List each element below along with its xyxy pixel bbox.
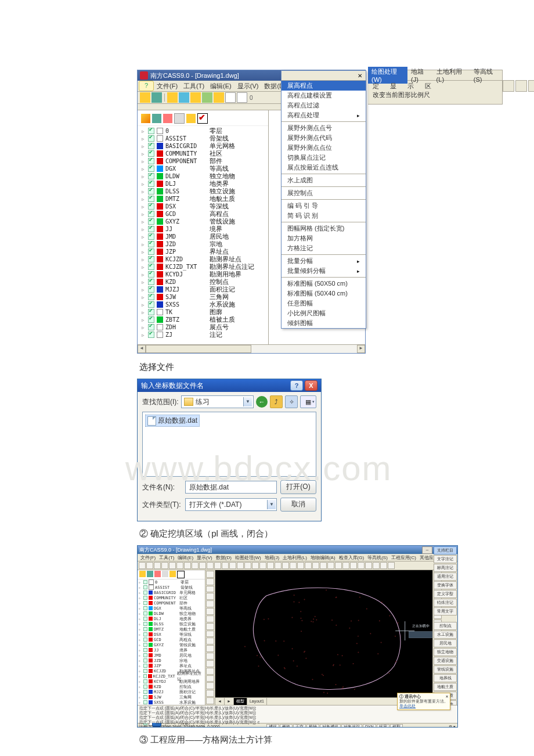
layer-row[interactable]: ▹ZDH展点号 — [138, 323, 268, 331]
menu-item[interactable]: 检查入库(G) — [337, 555, 366, 561]
help-button[interactable]: ? — [290, 380, 303, 391]
tool-icon[interactable] — [380, 562, 387, 569]
tool-icon[interactable] — [176, 562, 183, 569]
menu-item[interactable]: 小比例尺图幅 — [282, 308, 366, 318]
menu-item[interactable]: 等高线(S) — [366, 555, 389, 561]
layer-tool-icon[interactable] — [174, 113, 185, 124]
layer-row[interactable]: ▹SXSS水系设施 — [138, 301, 268, 308]
layer-row[interactable]: ▹MJZJ面积注记 — [138, 286, 268, 293]
menu-item[interactable]: 地物编辑(A) — [309, 555, 337, 561]
tool-icon[interactable] — [237, 562, 244, 569]
tool-icon[interactable] — [225, 92, 236, 103]
layer-tool-icon[interactable] — [152, 114, 161, 123]
tool-icon[interactable] — [237, 92, 247, 103]
tool-icon[interactable] — [184, 562, 191, 569]
menu-drawproc[interactable]: 绘图处理(W) — [368, 67, 407, 84]
menu-item[interactable]: 工具(T) — [157, 555, 176, 561]
menu-item[interactable]: 批量分幅 — [282, 256, 366, 266]
layer-row[interactable]: ▹JMD居民地 — [138, 233, 268, 240]
menu-item[interactable]: 工程应用(C) — [389, 555, 418, 561]
view-menu-button[interactable]: ▦ — [300, 395, 316, 408]
menu-item[interactable]: 地籍(J) — [263, 555, 281, 561]
tool-icon[interactable] — [206, 697, 214, 704]
layer-row[interactable]: ▹ASSIST骨架线 — [138, 135, 268, 142]
layer-row[interactable]: ▹GCD高程点 — [138, 210, 268, 218]
tool-icon[interactable] — [528, 80, 534, 92]
tool-icon[interactable] — [282, 562, 289, 569]
tool-icon[interactable] — [140, 92, 150, 103]
layout-tab[interactable]: Layout1 — [247, 698, 267, 705]
menu-file[interactable]: 文件(F) — [154, 81, 181, 91]
lookin-combo[interactable]: 练习 ▼ — [181, 395, 254, 408]
tool-icon[interactable] — [206, 623, 214, 630]
tool-icon[interactable] — [206, 578, 214, 585]
back-button[interactable]: ← — [256, 396, 268, 408]
tool-icon[interactable] — [222, 562, 229, 569]
layer-row[interactable]: ▹MJZJ面积注记 — [138, 689, 205, 694]
side-button[interactable]: 居民地 — [434, 639, 457, 647]
layer-row[interactable]: ▹JZD宗地 — [138, 658, 205, 663]
file-item[interactable]: 原始数据.dat — [145, 415, 200, 427]
layer-row[interactable]: ▹DLSS独立设施 — [138, 188, 268, 195]
menu-landuse[interactable]: 土地利用(L) — [433, 67, 470, 84]
tool-icon[interactable] — [169, 562, 176, 569]
layer-row[interactable]: ▹GXYZ管线设施 — [138, 642, 205, 647]
side-button[interactable]: 地界线 — [434, 674, 457, 682]
tool-icon[interactable] — [259, 562, 266, 569]
side-button[interactable]: 通用注记 — [434, 573, 457, 581]
side-button[interactable]: 文字注记 — [434, 555, 457, 563]
tool-icon[interactable] — [327, 562, 334, 569]
tool-icon[interactable] — [206, 638, 214, 645]
menu-edit[interactable]: 编辑(E) — [207, 81, 234, 91]
menu-item[interactable]: 切换展点注记 — [282, 153, 366, 163]
layer-tool-icon[interactable] — [186, 114, 196, 123]
chevron-down-icon[interactable]: ▼ — [243, 397, 252, 406]
tool-icon[interactable] — [179, 92, 189, 103]
side-button[interactable]: 定义字型 — [434, 590, 457, 598]
menu-view[interactable]: 显示(V) — [234, 81, 262, 91]
menu-diji[interactable]: 地籍(J) — [407, 67, 433, 84]
tool-icon[interactable] — [146, 562, 153, 569]
model-tab[interactable]: 模型 — [234, 698, 247, 705]
layer-row[interactable]: ▹DMTZ地貌土质 — [138, 627, 205, 632]
menu-item[interactable]: 展野外测点点号 — [282, 123, 366, 133]
layer-row[interactable]: ▹DMTZ地貌土质 — [138, 195, 268, 203]
tool-icon[interactable] — [206, 660, 214, 667]
layer-row[interactable]: ▹KZD控制点 — [138, 278, 268, 286]
menu-item[interactable]: 展野外测点点位 — [282, 143, 366, 153]
side-button[interactable]: 水工设施 — [434, 631, 457, 639]
close-button[interactable]: X — [305, 380, 317, 391]
help-icon[interactable]: ? — [139, 81, 154, 91]
tool-icon[interactable] — [214, 92, 224, 103]
layer-tool-icon[interactable] — [163, 114, 172, 123]
side-button[interactable]: 标高注记 — [434, 564, 457, 572]
side-button[interactable]: 控制点 — [434, 622, 457, 630]
cancel-button[interactable]: 取消 — [280, 498, 316, 512]
menu-item[interactable]: 数据(D) — [214, 555, 233, 561]
tool-icon[interactable] — [388, 562, 395, 569]
tool-icon[interactable] — [229, 562, 236, 569]
drawing-canvas[interactable]: 正在加载中 ◄►模型Layout1 — [215, 570, 432, 705]
min-button[interactable]: – — [422, 546, 432, 554]
layer-row[interactable]: ▹KCYDJ勘测用地界 — [138, 679, 205, 684]
layer-row[interactable]: ▹JJ境界 — [138, 647, 205, 653]
tool-icon[interactable] — [206, 593, 214, 600]
tool-icon[interactable] — [275, 562, 282, 569]
side-button[interactable]: 管线设施 — [434, 665, 457, 674]
tool-icon[interactable] — [154, 562, 161, 569]
layer-row[interactable]: ▹COMPONENT部件 — [138, 600, 205, 606]
menu-item[interactable]: 标准图幅 (50X50 cm) — [282, 279, 366, 289]
dialog-titlebar[interactable]: 输入坐标数据文件名 ? X — [138, 379, 321, 392]
filename-input[interactable]: 原始数据.dat — [185, 481, 277, 494]
menu-item[interactable]: 展控制点 — [282, 188, 366, 198]
layer-tool-icon[interactable] — [197, 113, 208, 124]
layer-row[interactable]: ▹JZP界址点 — [138, 248, 268, 255]
tool-icon[interactable] — [206, 675, 214, 682]
layer-row[interactable]: ▹COMMUNITY社区 — [138, 595, 205, 600]
command-line[interactable]: 指定下一点或 [圆弧(A)/闭合(C)/半宽(H)/长度(L)/放弃(U)/宽度… — [138, 705, 457, 723]
tool-icon[interactable] — [267, 562, 274, 569]
side-button[interactable]: 交通设施 — [434, 657, 457, 665]
new-folder-button[interactable]: ✧ — [285, 395, 298, 408]
close-icon[interactable]: ✕ — [358, 73, 362, 79]
tool-icon[interactable] — [151, 92, 162, 103]
